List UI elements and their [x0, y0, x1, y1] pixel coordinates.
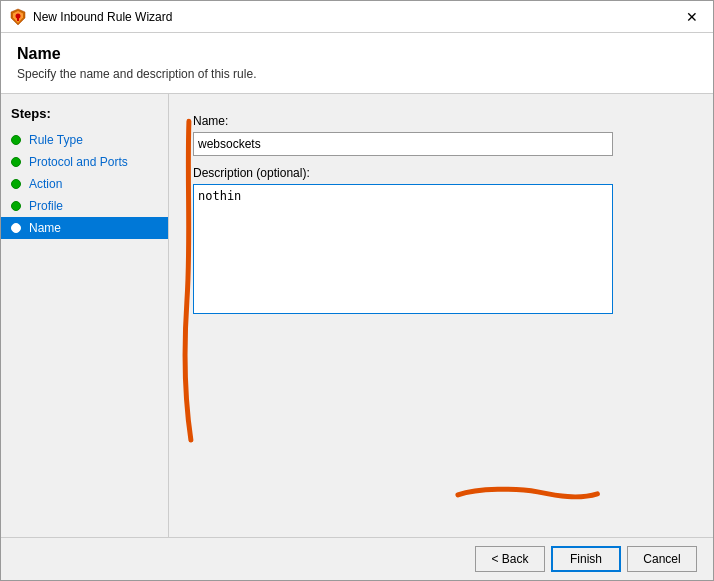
header-section: Name Specify the name and description of…	[1, 33, 713, 94]
step-dot-rule-type	[11, 135, 21, 145]
main-window: New Inbound Rule Wizard ✕ Name Specify t…	[0, 0, 714, 581]
content-area: Name Specify the name and description of…	[1, 33, 713, 537]
close-button[interactable]: ✕	[679, 4, 705, 30]
name-label: Name:	[193, 114, 689, 128]
step-dot-name	[11, 223, 21, 233]
step-dot-action	[11, 179, 21, 189]
svg-point-2	[16, 13, 21, 18]
footer: < Back Finish Cancel	[1, 537, 713, 580]
svg-rect-3	[17, 18, 19, 21]
sidebar-item-label: Protocol and Ports	[29, 155, 128, 169]
sidebar-item-action[interactable]: Action	[1, 173, 168, 195]
window-icon	[9, 8, 27, 26]
sidebar-item-name[interactable]: Name	[1, 217, 168, 239]
title-bar: New Inbound Rule Wizard ✕	[1, 1, 713, 33]
back-button[interactable]: < Back	[475, 546, 545, 572]
sidebar-item-rule-type[interactable]: Rule Type	[1, 129, 168, 151]
sidebar-item-label: Rule Type	[29, 133, 83, 147]
steps-label: Steps:	[1, 106, 168, 129]
name-form-group: Name:	[193, 114, 689, 156]
step-dot-protocol-ports	[11, 157, 21, 167]
description-textarea[interactable]	[193, 184, 613, 314]
right-panel: Name: Description (optional):	[169, 94, 713, 537]
name-input[interactable]	[193, 132, 613, 156]
sidebar: Steps: Rule Type Protocol and Ports Acti…	[1, 94, 169, 537]
finish-button[interactable]: Finish	[551, 546, 621, 572]
step-dot-profile	[11, 201, 21, 211]
page-title: Name	[17, 45, 697, 63]
window-title: New Inbound Rule Wizard	[33, 10, 679, 24]
page-subtitle: Specify the name and description of this…	[17, 67, 697, 81]
sidebar-item-protocol-ports[interactable]: Protocol and Ports	[1, 151, 168, 173]
sidebar-item-label: Profile	[29, 199, 63, 213]
sidebar-item-label: Name	[29, 221, 61, 235]
annotation-overlay	[169, 94, 713, 537]
sidebar-item-profile[interactable]: Profile	[1, 195, 168, 217]
description-label: Description (optional):	[193, 166, 689, 180]
cancel-button[interactable]: Cancel	[627, 546, 697, 572]
sidebar-item-label: Action	[29, 177, 62, 191]
main-body: Steps: Rule Type Protocol and Ports Acti…	[1, 94, 713, 537]
description-form-group: Description (optional):	[193, 166, 689, 314]
